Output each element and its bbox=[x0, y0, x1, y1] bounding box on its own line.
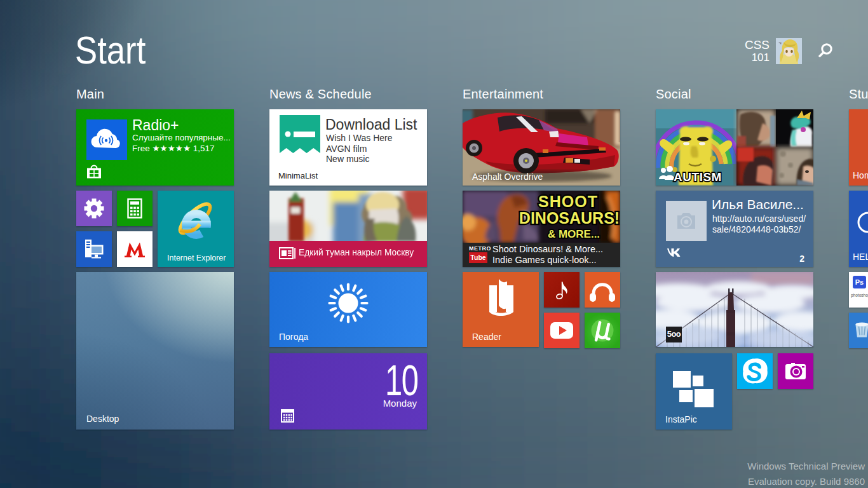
svg-text:DINOSAURS!: DINOSAURS! bbox=[519, 209, 620, 227]
svg-text:AUTISM: AUTISM bbox=[674, 170, 722, 184]
svg-text:SHOOT: SHOOT bbox=[538, 193, 598, 210]
svg-text:& MORE...: & MORE... bbox=[548, 228, 600, 240]
